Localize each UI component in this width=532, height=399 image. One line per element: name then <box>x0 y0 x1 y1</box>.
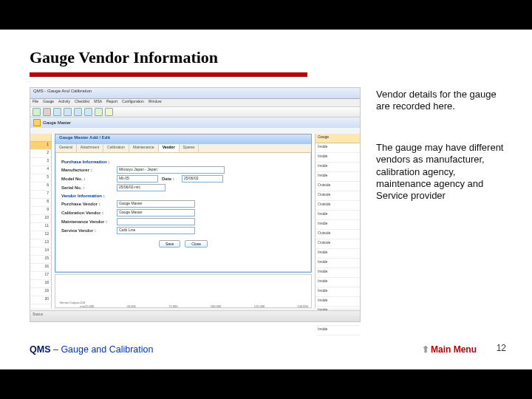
bottom-chart: Vernier Caliper-150 mm 25.000 50.000 75.… <box>55 274 312 308</box>
dialog-body: Purchase Information : Manufacturer : Mi… <box>55 153 311 252</box>
tab-spares[interactable]: Spares <box>180 144 200 152</box>
list-item[interactable]: Inside <box>316 220 360 230</box>
list-item[interactable]: Outside <box>316 239 360 249</box>
list-item[interactable]: 4 <box>30 166 51 174</box>
list-item[interactable]: Inside <box>316 326 360 335</box>
nav-last-icon[interactable] <box>84 108 92 116</box>
list-item[interactable]: Inside <box>316 297 360 307</box>
list-item[interactable]: 19 <box>30 288 51 296</box>
list-item[interactable]: Inside <box>316 249 360 259</box>
list-item[interactable]: 5 <box>30 174 51 183</box>
list-item[interactable]: Inside <box>316 172 360 182</box>
refresh-icon[interactable] <box>95 108 103 116</box>
tool-icon[interactable] <box>105 108 113 116</box>
menu-item[interactable]: MSA <box>94 99 102 106</box>
menu-item[interactable]: Configuration <box>122 99 144 106</box>
status-bar: Status <box>30 310 360 321</box>
service-vendor-field[interactable]: Calib Line <box>117 227 195 234</box>
list-item[interactable]: 17 <box>30 272 51 280</box>
side-text-1: Vendor details for the gauge are recorde… <box>376 89 509 113</box>
list-item[interactable]: 9 <box>30 207 51 215</box>
list-item[interactable]: Inside <box>316 268 360 278</box>
list-item[interactable]: Inside <box>316 153 360 163</box>
tick: 75.000 <box>168 304 177 308</box>
purchase-vendor-field[interactable]: Gauge Master <box>117 200 195 208</box>
slide-title: Gauge Vendor Information <box>30 48 218 67</box>
list-item[interactable]: 14 <box>30 248 51 256</box>
nav-first-icon[interactable] <box>53 108 61 116</box>
list-item[interactable]: Outside <box>316 230 360 239</box>
list-item[interactable]: 3 <box>30 158 51 166</box>
tick: 25.000 <box>85 304 94 308</box>
list-item[interactable]: 20 <box>30 296 51 304</box>
list-item[interactable]: 2 <box>30 150 51 158</box>
list-item[interactable]: 18 <box>30 280 51 288</box>
app-menu-bar: File Gauge Activity Checklist MSA Report… <box>30 99 360 107</box>
nav-prev-icon[interactable] <box>64 108 72 116</box>
tick: 150.000 <box>298 304 308 308</box>
list-item[interactable]: Inside <box>316 163 360 172</box>
menu-item[interactable]: File <box>33 99 38 106</box>
up-arrow-icon: ⬆ <box>422 344 429 355</box>
list-item[interactable]: Inside <box>316 259 360 268</box>
lbl-service-vendor: Service Vendor : <box>61 228 113 233</box>
tab-general[interactable]: General <box>55 144 77 152</box>
delete-icon[interactable] <box>43 108 51 116</box>
lbl-date: Date : <box>162 177 178 181</box>
dialog-tabs: General Attachment Calibration Maintenan… <box>55 144 311 153</box>
tab-calibration[interactable]: Calibration <box>103 144 129 152</box>
left-number-list: 1 234567891011121314151617181920 <box>30 134 52 308</box>
tick: 100.000 <box>211 304 221 308</box>
list-item[interactable]: Outside <box>316 201 360 211</box>
list-item[interactable]: 15 <box>30 256 51 264</box>
list-item[interactable]: 1 <box>30 142 51 150</box>
list-item[interactable]: Inside <box>316 143 360 153</box>
list-item[interactable]: Inside <box>316 278 360 287</box>
model-field[interactable]: Mit-05 <box>117 175 158 183</box>
list-item[interactable]: 7 <box>30 191 51 199</box>
list-item[interactable]: Inside <box>316 211 360 220</box>
list-item[interactable]: Outside <box>316 191 360 201</box>
footer-text: QMS – Gauge and Calibration <box>30 344 153 355</box>
app-toolbar <box>30 107 360 117</box>
serial-field[interactable]: 25/06/02-mic <box>117 184 166 191</box>
app-window-title: QMS - Gauge And Calibration <box>30 88 360 99</box>
list-item[interactable]: 13 <box>30 239 51 248</box>
save-button[interactable]: Save <box>159 240 180 248</box>
section-purchase: Purchase Information : <box>61 160 305 164</box>
list-item[interactable]: 12 <box>30 231 51 239</box>
menu-item[interactable]: Window <box>149 99 162 106</box>
main-menu-link[interactable]: ⬆Main Menu <box>422 344 477 355</box>
list-item[interactable]: 11 <box>30 223 51 231</box>
tab-maintenance[interactable]: Maintenance <box>129 144 159 152</box>
list-item[interactable]: 10 <box>30 215 51 223</box>
list-item[interactable]: 6 <box>30 183 51 191</box>
menu-item[interactable]: Gauge <box>43 99 54 106</box>
calibration-vendor-field[interactable]: Gauge Master <box>117 209 195 216</box>
tick: 50.000 <box>127 304 136 308</box>
nav-next-icon[interactable] <box>74 108 82 116</box>
menu-item[interactable]: Activity <box>58 99 70 106</box>
menu-item[interactable]: Report <box>106 99 117 106</box>
footer-prefix: QMS <box>30 344 50 355</box>
list-item[interactable]: 8 <box>30 199 51 207</box>
date-field[interactable]: 25/06/02 <box>182 175 223 183</box>
list-item[interactable]: Inside <box>316 287 360 297</box>
lbl-calibration-vendor: Calibration Vendor : <box>61 211 113 215</box>
maintenance-vendor-field[interactable] <box>117 218 195 225</box>
lbl-model: Model No. : <box>61 177 113 181</box>
lbl-serial: Serial No. : <box>61 185 113 190</box>
list-item[interactable]: 16 <box>30 264 51 272</box>
gauge-icon <box>33 119 41 126</box>
menu-item[interactable]: Checklist <box>75 99 89 106</box>
manufacturer-field[interactable]: Mitutoyo Japan - Japan <box>117 166 225 174</box>
add-icon[interactable] <box>33 108 41 116</box>
close-button[interactable]: Close <box>185 240 208 248</box>
chart-xlabel: Vernier Caliper-150 mm <box>55 301 86 308</box>
subheader-text: Gauge Master <box>43 120 71 125</box>
list-item[interactable]: Outside <box>316 182 360 191</box>
title-underline <box>30 72 307 77</box>
tab-vendor[interactable]: Vendor <box>159 144 180 152</box>
app-screenshot: QMS - Gauge And Calibration File Gauge A… <box>30 87 361 322</box>
tab-attachment[interactable]: Attachment <box>77 144 103 152</box>
